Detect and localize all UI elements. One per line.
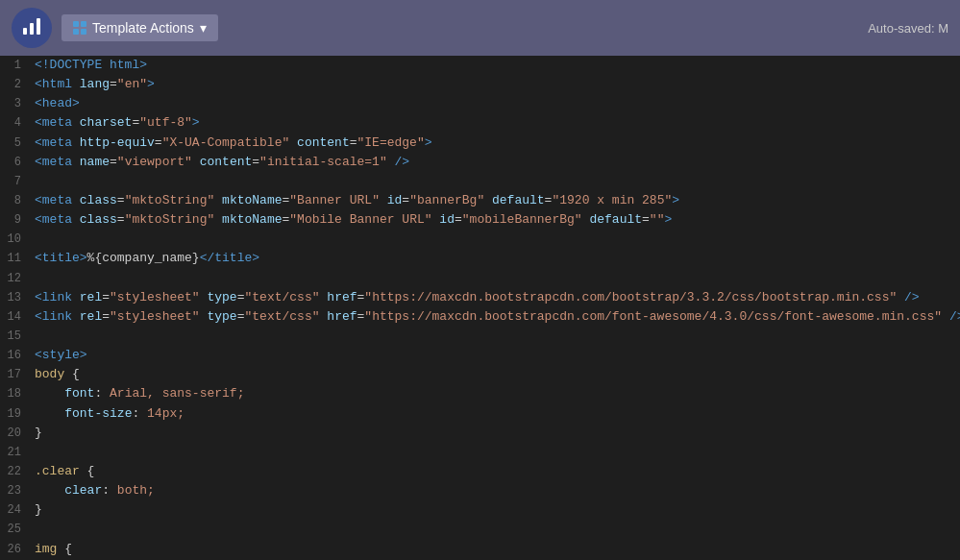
line-content: img { xyxy=(31,540,960,559)
line-number: 11 xyxy=(0,249,31,268)
line-number: 17 xyxy=(0,365,31,384)
line-content xyxy=(31,269,960,288)
table-row: 16<style> xyxy=(0,346,960,365)
line-content: <title>%{company_name}</title> xyxy=(31,249,960,268)
line-number: 1 xyxy=(0,56,31,75)
line-number: 12 xyxy=(0,269,31,288)
logo xyxy=(12,8,52,48)
line-number: 8 xyxy=(0,191,31,210)
table-row: 6<meta name="viewport" content="initial-… xyxy=(0,153,960,172)
svg-rect-6 xyxy=(81,29,86,35)
table-row: 19 font-size: 14px; xyxy=(0,404,960,424)
line-content: body { xyxy=(31,365,960,384)
line-content: <link rel="stylesheet" type="text/css" h… xyxy=(31,288,960,307)
line-number: 6 xyxy=(0,153,31,172)
line-content: <html lang="en"> xyxy=(31,75,960,94)
line-content: .clear { xyxy=(31,462,960,481)
line-number: 23 xyxy=(0,481,31,500)
table-row: 12 xyxy=(0,269,960,288)
template-actions-label: Template Actions xyxy=(92,20,194,36)
line-content: <meta http-equiv="X-UA-Compatible" conte… xyxy=(31,134,960,153)
line-content: font: Arial, sans-serif; xyxy=(31,384,960,403)
line-content: <meta class="mktoString" mktoName="Banne… xyxy=(31,191,960,210)
line-content: font-size: 14px; xyxy=(31,404,960,424)
line-content: <meta name="viewport" content="initial-s… xyxy=(31,153,960,172)
line-number: 19 xyxy=(0,404,31,424)
line-number: 16 xyxy=(0,346,31,365)
table-row: 8<meta class="mktoString" mktoName="Bann… xyxy=(0,191,960,210)
line-content: <style> xyxy=(31,346,960,365)
line-number: 25 xyxy=(0,520,31,539)
svg-rect-4 xyxy=(81,21,86,27)
table-row: 22.clear { xyxy=(0,462,960,481)
table-row: 1<!DOCTYPE html> xyxy=(0,56,960,75)
svg-rect-2 xyxy=(37,18,40,35)
table-row: 2<html lang="en"> xyxy=(0,75,960,94)
line-number: 14 xyxy=(0,307,31,327)
svg-rect-1 xyxy=(30,23,34,35)
svg-rect-3 xyxy=(73,21,79,27)
line-number: 7 xyxy=(0,172,31,191)
line-number: 18 xyxy=(0,384,31,403)
line-number: 21 xyxy=(0,443,31,462)
table-row: 23 clear: both; xyxy=(0,481,960,500)
table-row: 13<link rel="stylesheet" type="text/css"… xyxy=(0,288,960,307)
table-row: 24} xyxy=(0,500,960,520)
table-row: 20} xyxy=(0,424,960,443)
line-number: 24 xyxy=(0,500,31,520)
table-row: 7 xyxy=(0,172,960,191)
table-row: 14<link rel="stylesheet" type="text/css"… xyxy=(0,307,960,327)
table-row: 17body { xyxy=(0,365,960,384)
dropdown-arrow-icon: ▾ xyxy=(200,20,207,36)
template-actions-button[interactable]: Template Actions ▾ xyxy=(62,14,218,41)
line-content xyxy=(31,230,960,249)
line-number: 26 xyxy=(0,540,31,559)
svg-rect-5 xyxy=(73,29,79,35)
line-content xyxy=(31,172,960,191)
table-row: 3<head> xyxy=(0,94,960,113)
line-number: 20 xyxy=(0,424,31,443)
line-content: } xyxy=(31,424,960,443)
line-number: 9 xyxy=(0,210,31,230)
code-editor[interactable]: 1<!DOCTYPE html>2<html lang="en">3<head>… xyxy=(0,56,960,560)
line-content xyxy=(31,327,960,346)
line-content: <!DOCTYPE html> xyxy=(31,56,960,75)
line-number: 5 xyxy=(0,134,31,153)
table-row: 26img { xyxy=(0,540,960,559)
table-row: 4<meta charset="utf-8"> xyxy=(0,113,960,133)
table-row: 5<meta http-equiv="X-UA-Compatible" cont… xyxy=(0,134,960,153)
autosaved-label: Auto-saved: M xyxy=(868,21,948,36)
line-number: 10 xyxy=(0,230,31,249)
table-row: 9<meta class="mktoString" mktoName="Mobi… xyxy=(0,210,960,230)
line-content: <link rel="stylesheet" type="text/css" h… xyxy=(31,307,960,327)
table-row: 11<title>%{company_name}</title> xyxy=(0,249,960,268)
line-content: <meta class="mktoString" mktoName="Mobil… xyxy=(31,210,960,230)
line-number: 15 xyxy=(0,327,31,346)
line-content: <head> xyxy=(31,94,960,113)
line-number: 3 xyxy=(0,94,31,113)
line-content: clear: both; xyxy=(31,481,960,500)
line-content xyxy=(31,520,960,539)
table-row: 21 xyxy=(0,443,960,462)
line-number: 4 xyxy=(0,113,31,133)
svg-rect-0 xyxy=(23,28,27,35)
line-number: 13 xyxy=(0,288,31,307)
topbar: Template Actions ▾ Auto-saved: M xyxy=(0,0,960,56)
line-number: 22 xyxy=(0,462,31,481)
line-content: <meta charset="utf-8"> xyxy=(31,113,960,133)
table-row: 15 xyxy=(0,327,960,346)
table-row: 18 font: Arial, sans-serif; xyxy=(0,384,960,403)
logo-icon xyxy=(20,14,43,42)
template-actions-grid-icon xyxy=(73,21,86,35)
line-content: } xyxy=(31,500,960,520)
line-content xyxy=(31,443,960,462)
line-number: 2 xyxy=(0,75,31,94)
table-row: 10 xyxy=(0,230,960,249)
table-row: 25 xyxy=(0,520,960,539)
